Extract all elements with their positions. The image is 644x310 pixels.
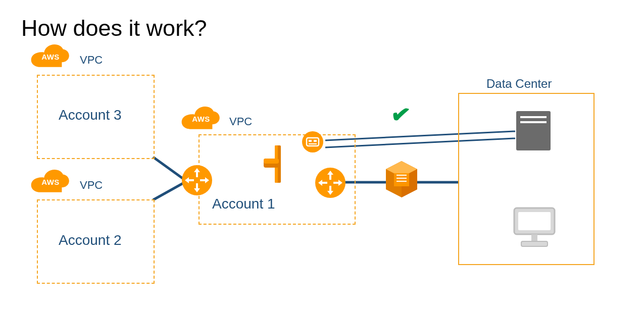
- svg-rect-14: [314, 140, 317, 142]
- svg-rect-13: [309, 140, 312, 142]
- checkmark-icon: ✔: [389, 100, 412, 130]
- aws-cloud-icon: AWS: [30, 44, 71, 69]
- aws-cloud-text: AWS: [192, 115, 210, 123]
- workstation-icon: [509, 205, 560, 250]
- slide-title: How does it work?: [21, 15, 207, 41]
- svg-rect-29: [531, 234, 537, 241]
- aws-cloud-icon: AWS: [30, 170, 71, 194]
- vpc1-label: VPC: [229, 115, 252, 128]
- svg-rect-10: [264, 159, 279, 164]
- transit-gateway-icon: [262, 141, 292, 187]
- vpc1-account: Account 1: [212, 196, 275, 212]
- aws-cloud-text: AWS: [41, 178, 60, 186]
- aws-cloud-icon: AWS: [181, 107, 221, 131]
- vpc2-label: VPC: [80, 179, 103, 192]
- virtual-gateway-icon: [301, 130, 324, 153]
- svg-line-0: [153, 157, 184, 179]
- svg-rect-28: [518, 212, 551, 230]
- slide: How does it work? AWS VPC Account 3: [0, 0, 644, 310]
- vpc-peering-icon: [181, 164, 213, 196]
- direct-connect-icon: [384, 160, 419, 198]
- svg-line-1: [153, 183, 184, 200]
- vpc3-account: Account 3: [59, 107, 122, 123]
- aws-cloud-text: AWS: [41, 53, 60, 61]
- svg-rect-30: [521, 241, 548, 246]
- datacenter-label: Data Center: [486, 77, 552, 91]
- server-icon: [514, 109, 553, 152]
- vpc3-label: VPC: [80, 54, 103, 67]
- svg-point-11: [302, 131, 323, 152]
- vpc2-account: Account 2: [59, 232, 122, 248]
- customer-gateway-router-icon: [314, 167, 346, 199]
